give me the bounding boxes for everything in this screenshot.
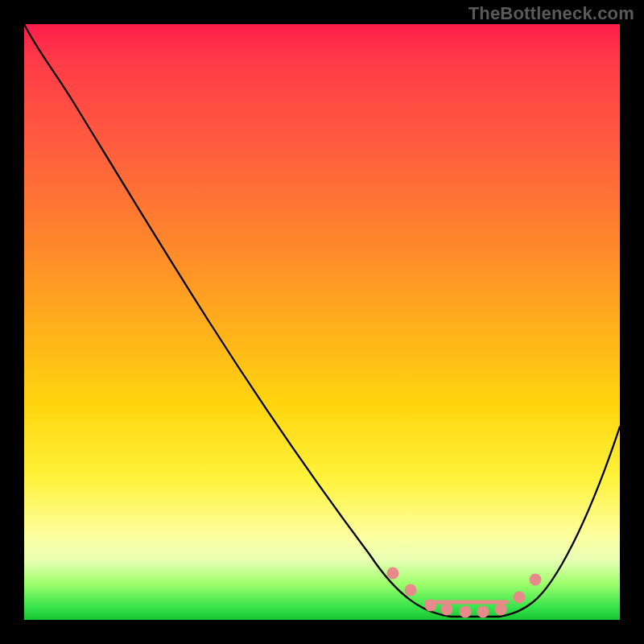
marker-dot — [427, 601, 435, 609]
marker-dot — [479, 608, 487, 616]
valley-markers — [389, 569, 539, 616]
chart-frame: TheBottleneck.com — [0, 0, 644, 644]
marker-dot — [461, 608, 469, 616]
plot-area — [24, 24, 620, 620]
watermark-text: TheBottleneck.com — [469, 3, 634, 24]
marker-dot — [443, 605, 451, 613]
marker-dot — [407, 586, 415, 594]
curve-layer — [24, 24, 620, 620]
marker-dot — [531, 576, 539, 584]
marker-dot — [389, 569, 397, 577]
marker-dot — [515, 593, 523, 601]
marker-dot — [497, 605, 505, 613]
bottleneck-curve — [24, 24, 620, 617]
